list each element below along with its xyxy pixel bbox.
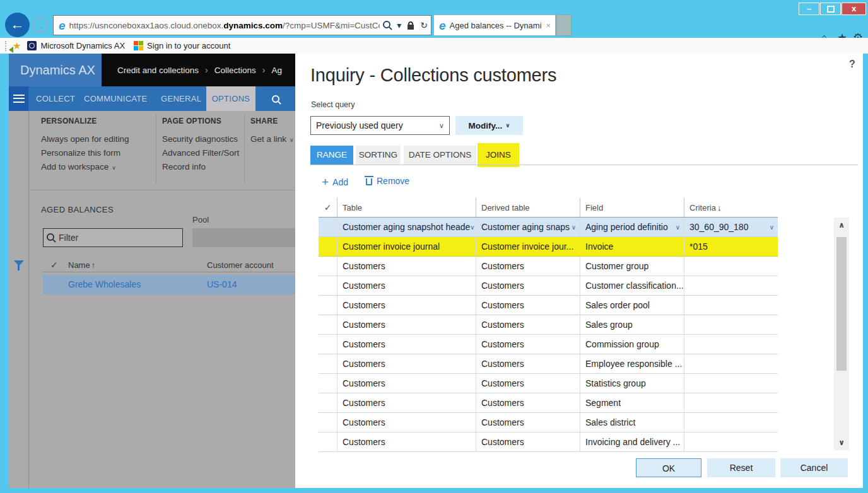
favorite-link-dynamics[interactable]: Microsoft Dynamics AX [40, 41, 125, 50]
field-cell[interactable]: Sales district [580, 413, 684, 432]
table-cell[interactable]: Customers [337, 315, 476, 334]
table-row[interactable]: Customers Customers Sales order pool [319, 296, 778, 315]
criteria-cell[interactable] [684, 257, 778, 276]
field-cell[interactable]: Customer classification... [580, 276, 684, 295]
browser-tab[interactable]: e Aged balances -- Dynamics... × [433, 14, 556, 36]
select-all-check-icon[interactable]: ✓ [50, 260, 58, 270]
menu-item-add-to-workspace[interactable]: Add to workspace∨ [41, 162, 116, 171]
cancel-button[interactable]: Cancel [780, 458, 848, 477]
field-cell[interactable]: Commission group [580, 335, 684, 354]
menu-item-always-open[interactable]: Always open for editing [41, 134, 129, 144]
table-row-highlighted[interactable]: Customer invoice journal Customer invoic… [319, 237, 778, 257]
row-check-cell[interactable] [319, 296, 337, 315]
add-favorite-icon[interactable]: ★ [13, 40, 21, 52]
table-cell[interactable]: Customers [337, 276, 476, 295]
remove-button[interactable]: Remove [366, 176, 409, 186]
criteria-cell[interactable] [684, 432, 778, 451]
table-row[interactable]: Customers Customers Sales district [319, 413, 778, 432]
menu-item-record-info[interactable]: Record info [162, 162, 206, 171]
field-cell[interactable]: Customer group [580, 257, 684, 276]
field-cell[interactable]: Aging period definitio∨ [580, 218, 684, 236]
address-dropdown-icon[interactable]: ▾ [394, 20, 404, 30]
field-cell[interactable]: Employee responsible ... [580, 354, 684, 373]
row-check-cell[interactable] [319, 354, 337, 373]
criteria-cell[interactable]: 30_60_90_180∨ [684, 218, 778, 236]
table-cell[interactable]: Customer invoice journal [337, 237, 476, 256]
derived-table-cell[interactable]: Customers [476, 276, 580, 295]
derived-table-cell[interactable]: Customers [476, 257, 580, 276]
table-row[interactable]: Customers Customers Commission group [319, 335, 778, 354]
menu-item-personalize-form[interactable]: Personalize this form [41, 148, 120, 158]
breadcrumb-item[interactable]: Credit and collections [117, 66, 199, 75]
derived-table-cell[interactable]: Customers [476, 432, 580, 451]
table-cell[interactable]: Customers [337, 432, 476, 451]
list-item-selected[interactable]: Grebe Wholesales US-014 [43, 275, 295, 294]
forward-button[interactable]: → [32, 17, 48, 33]
table-cell[interactable]: Customers [337, 257, 476, 276]
table-row[interactable]: Customers Customers Customer group [319, 257, 778, 276]
row-check-cell[interactable] [319, 315, 337, 334]
tab-sorting[interactable]: SORTING [356, 146, 401, 165]
derived-table-cell[interactable]: Customers [476, 315, 580, 334]
url-text[interactable]: https://usnconeboxax1aos.cloud.onebox.dy… [69, 21, 380, 30]
breadcrumb-item[interactable]: Collections [214, 66, 256, 75]
column-header-table[interactable]: Table [337, 198, 476, 217]
table-row-selected[interactable]: Customer aging snapshot heade∨ Customer … [319, 218, 778, 237]
address-bar[interactable]: e https://usnconeboxax1aos.cloud.onebox.… [53, 15, 431, 35]
filter-input[interactable] [57, 232, 161, 243]
derived-table-cell[interactable]: Customers [476, 393, 580, 412]
row-check-cell[interactable] [319, 413, 337, 432]
table-row[interactable]: Customers Customers Employee responsible… [319, 354, 778, 374]
criteria-cell[interactable] [684, 374, 778, 393]
derived-table-cell[interactable]: Customers [476, 335, 580, 354]
derived-table-cell[interactable]: Customers [476, 374, 580, 393]
reset-button[interactable]: Reset [707, 458, 775, 477]
criteria-cell[interactable] [684, 393, 778, 412]
search-icon[interactable] [380, 20, 394, 30]
table-row[interactable]: Customers Customers Sales group [319, 315, 778, 335]
derived-table-cell[interactable]: Customer aging snaps∨ [476, 218, 580, 236]
select-query-dropdown[interactable]: Previously used query ∨ [310, 116, 450, 135]
filter-funnel-icon[interactable] [14, 260, 24, 266]
row-check-cell[interactable] [319, 393, 337, 412]
table-row[interactable]: Customers Customers Segment [319, 393, 778, 413]
column-header-derived-table[interactable]: Derived table [476, 198, 580, 217]
ribbon-tab-general[interactable]: GENERAL [161, 86, 201, 111]
derived-table-cell[interactable]: Customers [476, 296, 580, 315]
table-cell[interactable]: Customer aging snapshot heade∨ [337, 218, 476, 236]
new-tab-button[interactable] [556, 14, 572, 36]
row-check-cell[interactable] [319, 374, 337, 393]
scroll-down-icon[interactable]: ∨ [834, 437, 849, 448]
derived-table-cell[interactable]: Customer invoice jour... [476, 237, 580, 256]
menu-item-get-a-link[interactable]: Get a link∨ [250, 134, 294, 144]
criteria-cell[interactable]: *015 [684, 237, 778, 256]
criteria-cell[interactable] [684, 335, 778, 354]
table-cell[interactable]: Customers [337, 335, 476, 354]
table-row[interactable]: Customers Customers Statistics group [319, 374, 778, 393]
row-check-cell[interactable] [319, 432, 337, 451]
menu-hamburger-icon[interactable] [9, 86, 28, 111]
scrollbar-thumb[interactable] [836, 237, 847, 371]
field-cell[interactable]: Invoice [580, 237, 684, 256]
add-button[interactable]: + Add [322, 176, 348, 188]
tab-range[interactable]: RANGE [310, 146, 353, 165]
pool-select[interactable] [192, 228, 295, 247]
help-icon[interactable]: ? [849, 59, 855, 70]
menu-item-advanced-filter-sort[interactable]: Advanced Filter/Sort [162, 148, 239, 158]
column-header-field[interactable]: Field [580, 198, 684, 217]
back-button[interactable]: ← [5, 13, 30, 37]
table-cell[interactable]: Customers [337, 296, 476, 315]
tab-date-options[interactable]: DATE OPTIONS [404, 146, 476, 165]
tab-close-icon[interactable]: × [541, 21, 555, 30]
criteria-cell[interactable] [684, 276, 778, 295]
menu-item-security-diagnostics[interactable]: Security diagnostics [162, 134, 238, 144]
row-check-cell[interactable] [319, 276, 337, 295]
ok-button[interactable]: OK [636, 458, 701, 477]
column-header-criteria[interactable]: Criteria↓ [684, 198, 778, 217]
tab-joins-highlighted[interactable]: JOINS [478, 143, 519, 167]
table-cell[interactable]: Customers [337, 393, 476, 412]
ribbon-tab-options[interactable]: OPTIONS [206, 86, 255, 111]
table-cell[interactable]: Customers [337, 354, 476, 373]
criteria-cell[interactable] [684, 354, 778, 373]
refresh-icon[interactable]: ↻ [417, 20, 431, 30]
